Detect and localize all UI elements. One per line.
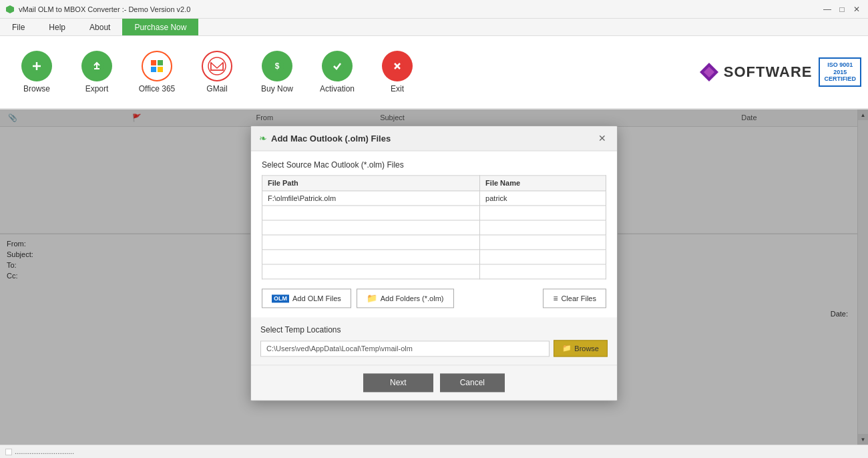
- browse-icon: [21, 51, 52, 81]
- browse-temp-button[interactable]: 📁 Browse: [554, 340, 608, 357]
- empty-row-1: [262, 206, 606, 220]
- svg-rect-8: [151, 67, 156, 72]
- gmail-label: GMail: [206, 84, 227, 93]
- cancel-button[interactable]: Cancel: [440, 373, 505, 392]
- dialog-title-bar: ❧ Add Mac Outlook (.olm) Files ✕: [251, 126, 617, 151]
- svg-rect-6: [151, 60, 156, 65]
- export-button[interactable]: Export: [67, 42, 127, 102]
- empty-row-3: [262, 235, 606, 250]
- add-olm-button[interactable]: OLM Add OLM Files: [262, 288, 351, 308]
- app-icon: [5, 5, 15, 14]
- empty-row-2: [262, 220, 606, 235]
- logo-area: SOFTWARE ISO 9001 2015 CERTIFIED: [698, 57, 861, 87]
- menu-bar: File Help About Purchase Now: [0, 19, 868, 36]
- buynow-button[interactable]: $ Buy Now: [247, 42, 307, 102]
- main-content: 📎 🚩 From Subject Date From: Subject: To:…: [0, 109, 868, 445]
- action-buttons: OLM Add OLM Files 📁 Add Folders (*.olm) …: [262, 288, 606, 308]
- dialog-body: Select Source Mac Outlook (*.olm) Files …: [251, 151, 617, 365]
- maximize-button[interactable]: □: [836, 3, 848, 15]
- file-row-0: F:\olmfile\Patrick.olm patrick: [262, 191, 606, 206]
- buynow-label: Buy Now: [261, 84, 293, 93]
- title-bar: vMail OLM to MBOX Converter :- Demo Vers…: [0, 0, 868, 19]
- browse-button[interactable]: Browse: [7, 42, 67, 102]
- dialog-title-icon: ❧: [259, 133, 267, 144]
- export-label: Export: [85, 84, 109, 93]
- activation-button[interactable]: Activation: [307, 42, 367, 102]
- temp-section: Select Temp Locations 📁 Browse: [251, 317, 617, 365]
- menu-help[interactable]: Help: [37, 19, 77, 35]
- empty-row-4: [262, 250, 606, 264]
- dialog-footer: Next Cancel: [251, 365, 617, 400]
- dialog-close-button[interactable]: ✕: [596, 132, 609, 145]
- toolbar: Browse Export Office 365: [0, 36, 868, 109]
- svg-rect-7: [158, 60, 163, 65]
- svg-point-13: [331, 59, 344, 73]
- clear-files-button[interactable]: ≡ Clear Files: [543, 288, 606, 308]
- svg-text:$: $: [275, 61, 280, 71]
- gmail-icon: [202, 51, 232, 81]
- menu-file[interactable]: File: [0, 19, 37, 35]
- empty-row-5: [262, 264, 606, 279]
- exit-button[interactable]: Exit: [367, 42, 427, 102]
- clear-icon: ≡: [553, 294, 558, 303]
- menu-purchase[interactable]: Purchase Now: [122, 19, 198, 35]
- svg-rect-9: [158, 67, 163, 72]
- file-name-header: File Name: [480, 176, 606, 191]
- file-table: File Path File Name F:\olmfile\Patrick.o…: [262, 175, 606, 279]
- iso-badge: ISO 9001 2015 CERTIFIED: [819, 57, 861, 87]
- software-label: SOFTWARE: [724, 63, 813, 81]
- exit-icon: [382, 51, 413, 81]
- activation-icon: [322, 51, 353, 81]
- activation-label: Activation: [320, 84, 355, 93]
- app-title: vMail OLM to MBOX Converter :- Demo Vers…: [19, 5, 190, 13]
- exit-label: Exit: [391, 84, 404, 93]
- export-icon: [81, 51, 112, 81]
- temp-path-input[interactable]: [260, 340, 550, 357]
- olm-icon: OLM: [272, 294, 289, 302]
- file-path-header: File Path: [262, 176, 480, 191]
- add-folders-button[interactable]: 📁 Add Folders (*.olm): [357, 288, 454, 308]
- minimize-button[interactable]: —: [821, 3, 833, 15]
- file-name-cell-0: patrick: [480, 191, 606, 206]
- office365-label: Office 365: [139, 84, 175, 93]
- menu-about[interactable]: About: [77, 19, 122, 35]
- browse-label: Browse: [23, 84, 50, 93]
- buynow-icon: $: [262, 51, 292, 81]
- office365-button[interactable]: Office 365: [127, 42, 187, 102]
- browse-folder-icon: 📁: [562, 344, 572, 353]
- status-bar: ................................: [0, 445, 868, 458]
- status-text: ................................: [15, 448, 74, 455]
- status-indicator: [5, 449, 12, 455]
- next-button[interactable]: Next: [363, 373, 433, 392]
- dialog-section-title: Select Source Mac Outlook (*.olm) Files: [262, 160, 606, 170]
- gmail-button[interactable]: GMail: [187, 42, 247, 102]
- folder-icon-sm: 📁: [367, 293, 377, 303]
- close-button[interactable]: ✕: [851, 3, 863, 15]
- temp-location-label: Select Temp Locations: [260, 325, 608, 334]
- svg-marker-0: [6, 5, 14, 13]
- office365-icon: [142, 51, 172, 81]
- software-diamond-icon: [698, 61, 720, 83]
- file-path-cell-0: F:\olmfile\Patrick.olm: [262, 191, 480, 206]
- file-table-body: F:\olmfile\Patrick.olm patrick: [262, 191, 606, 279]
- add-olm-dialog: ❧ Add Mac Outlook (.olm) Files ✕ Select …: [250, 126, 618, 401]
- dialog-title-text: Add Mac Outlook (.olm) Files: [271, 134, 391, 144]
